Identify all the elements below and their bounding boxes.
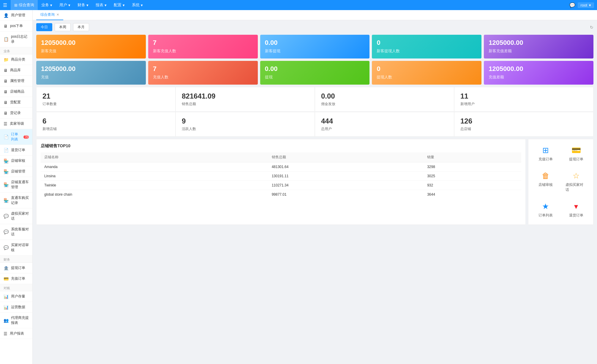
cell-sales: 99877.01 [268, 190, 424, 199]
quick-link-item[interactable]: 💳 提现订单 [563, 143, 589, 164]
tab-close-icon[interactable]: ✕ [56, 13, 59, 17]
sidebar-item-提现订单[interactable]: 🏦 提现订单 [0, 263, 32, 273]
summary-card-总用户: 444 总用户 [315, 112, 454, 137]
sidebar-label: 属性管理 [10, 78, 24, 83]
nav-right-section: 💬 root ▾ [569, 2, 594, 8]
summary-card-活跃人数: 9 活跃人数 [176, 112, 315, 137]
sidebar-item-系统客服对话[interactable]: 💬 系统客服对话 [0, 224, 32, 240]
cell-sales: 130191.11 [268, 172, 424, 181]
nav-item-综合查询[interactable]: ⊞ 综合查询 [11, 0, 38, 10]
sidebar-label: 虚拟买家对话 [11, 211, 29, 221]
sidebar-item-用户报表[interactable]: ☰ 用户报表 [0, 328, 32, 339]
goods-icon: 🖥 [4, 68, 8, 73]
menu-toggle-icon[interactable]: ☰ [3, 2, 7, 8]
quick-link-icon: ⊞ [542, 146, 549, 155]
sidebar-item-代理商充提报表[interactable]: 👥 代理商充提报表 [0, 313, 32, 328]
sidebar-item-充值订单[interactable]: 💳 充值订单 [0, 273, 32, 284]
chat-icon[interactable]: 💬 [569, 2, 575, 8]
sidebar-item-用户管理[interactable]: 👤 用户管理 [0, 10, 32, 21]
sidebar-item-店铺商品[interactable]: 🖥 店铺商品 [0, 86, 32, 97]
sidebar-item-直通车购买记录[interactable]: 🏪 直通车购买记录 [0, 193, 32, 208]
sidebar-label: 退货订单 [11, 148, 25, 153]
main-content: 综合查询 ✕ 今日 本周 本月 ↻ 1205000.00 新客充值 7 [33, 10, 597, 364]
tab-bar: 综合查询 ✕ [33, 10, 597, 20]
sidebar-label: 卖家等级 [10, 121, 24, 126]
quick-link-label: 店铺审核 [538, 182, 553, 187]
sidebar-item-虚拟买家对话[interactable]: 💬 虚拟买家对话 [0, 208, 32, 224]
chevron-down-icon-报表: ▾ [105, 3, 107, 7]
sidebar-item-店铺直通车管理[interactable]: 🏪 店铺直通车管理 [0, 177, 32, 193]
stat-card-新客充值人数: 7 新客充值人数 [148, 35, 258, 58]
sidebar-item-货记录[interactable]: 🖥 货记录 [0, 108, 32, 118]
log-icon: 📋 [4, 37, 9, 42]
summary-card-订单数量: 21 订单数量 [36, 87, 176, 112]
sidebar-item-卖家等级[interactable]: ☰ 卖家等级 [0, 118, 32, 129]
stat-label-新客充值人数: 新客充值人数 [153, 48, 253, 54]
sum-label-销售总额: 销售总额 [182, 102, 309, 107]
buyer-chat-audit-icon: 💬 [4, 245, 9, 250]
nav-item-系统[interactable]: 系统 ▾ [128, 0, 146, 10]
sidebar-item-pos下单[interactable]: 🖥 pos下单 [0, 21, 32, 31]
shop-thru-icon: 🏪 [4, 182, 9, 187]
sidebar-label: 货配置 [10, 100, 21, 105]
quick-link-item[interactable]: ★ 订单列表 [533, 200, 558, 220]
filter-week-button[interactable]: 本周 [55, 23, 71, 31]
sidebar-label: 用户存量 [11, 294, 25, 299]
sidebar-item-运营数据[interactable]: 📊 运营数据 [0, 302, 32, 313]
stat-label-新客提现: 新客提现 [265, 48, 365, 54]
summary-card-佣金发放: 0.00 佣金发放 [315, 87, 454, 112]
sidebar-item-属性管理[interactable]: 🖥 属性管理 [0, 76, 32, 86]
quick-link-icon: ★ [542, 202, 549, 211]
tab-综合查询[interactable]: 综合查询 ✕ [36, 10, 63, 20]
sidebar-label: 商品分类 [11, 57, 25, 62]
sum-value-总用户: 444 [321, 117, 448, 125]
nav-item-配置[interactable]: 配置 ▾ [110, 0, 128, 10]
stat-value-新客提现: 0.00 [265, 39, 365, 47]
nav-item-财务[interactable]: 财务 ▾ [74, 0, 92, 10]
stat-value-充值人数: 7 [153, 65, 253, 73]
sidebar-item-商品库[interactable]: 🖥 商品库 [0, 65, 32, 76]
nav-label-配置: 配置 [114, 2, 121, 8]
stat-value-充值: 1205000.00 [41, 65, 141, 73]
sidebar: 👤 用户管理 🖥 pos下单 📋 pos日志记录 业务 📁 商品分类 🖥 商品库… [0, 10, 33, 364]
chevron-down-icon-user: ▾ [589, 3, 591, 7]
sum-label-总用户: 总用户 [321, 126, 448, 132]
sidebar-item-店铺审核[interactable]: 🏪 店铺审核 [0, 156, 32, 166]
shop-manage-icon: 🏪 [4, 169, 9, 174]
shop-sales-table: 店铺名称 销售总额 销量 Amanda 481301.64 3298 Linsi… [41, 152, 521, 199]
filter-month-button[interactable]: 本月 [73, 23, 89, 31]
sidebar-item-店铺管理[interactable]: 🏪 店铺管理 [0, 166, 32, 177]
nav-item-报表[interactable]: 报表 ▾ [92, 0, 110, 10]
refresh-icon[interactable]: ↻ [590, 25, 593, 30]
sidebar-label: 代理商充提报表 [11, 315, 29, 325]
stat-card-提现: 0.00 提现 [260, 61, 370, 85]
sum-label-总店铺: 总店铺 [460, 126, 587, 132]
chevron-down-icon-系统: ▾ [141, 3, 143, 7]
quick-link-item[interactable]: ⊞ 充值订单 [533, 143, 558, 164]
main-layout: 👤 用户管理 🖥 pos下单 📋 pos日志记录 业务 📁 商品分类 🖥 商品库… [0, 10, 597, 364]
sum-value-订单数量: 21 [42, 92, 169, 100]
nav-item-用户[interactable]: 用户 ▾ [56, 0, 74, 10]
sidebar-item-pos日志记录[interactable]: 📋 pos日志记录 [0, 31, 32, 47]
sum-label-订单数量: 订单数量 [42, 102, 169, 107]
quick-link-item[interactable]: ▾ 退货订单 [563, 200, 589, 220]
service-chat-icon: 💬 [4, 230, 9, 234]
sidebar-label: pos日志记录 [11, 34, 29, 44]
sidebar-item-用户存量[interactable]: 📊 用户存量 [0, 291, 32, 302]
filter-today-button[interactable]: 今日 [36, 23, 52, 31]
quick-links-section: ⊞ 充值订单 💳 提现订单 🗑 店铺审核 ☆ 虚拟买家对话 ★ 订单列表 ▾ 退… [528, 139, 593, 225]
stat-value-充值差额: 1205000.00 [489, 65, 589, 73]
nav-item-业务[interactable]: 业务 ▾ [38, 0, 56, 10]
quick-link-item[interactable]: ☆ 虚拟买家对话 [563, 169, 589, 195]
shop-table-section: 店铺销售TOP10 店铺名称 销售总额 销量 Amanda 481301.64 … [36, 139, 526, 225]
cell-shop-name: Twinkle [41, 181, 268, 190]
sidebar-item-买家对话审核[interactable]: 💬 买家对话审核 [0, 240, 32, 256]
sidebar-item-退货订单[interactable]: 📄 退货订单 [0, 145, 32, 156]
user-dropdown[interactable]: root ▾ [578, 2, 594, 8]
quick-link-item[interactable]: 🗑 店铺审核 [533, 169, 558, 195]
chevron-down-icon-业务: ▾ [50, 3, 52, 7]
sidebar-item-订单列表[interactable]: 📄 订单列表 70 [0, 129, 32, 145]
nav-icon-综合查询: ⊞ [14, 3, 18, 7]
sidebar-item-货配置[interactable]: 🖥 货配置 [0, 97, 32, 108]
sidebar-item-商品分类[interactable]: 📁 商品分类 [0, 54, 32, 65]
